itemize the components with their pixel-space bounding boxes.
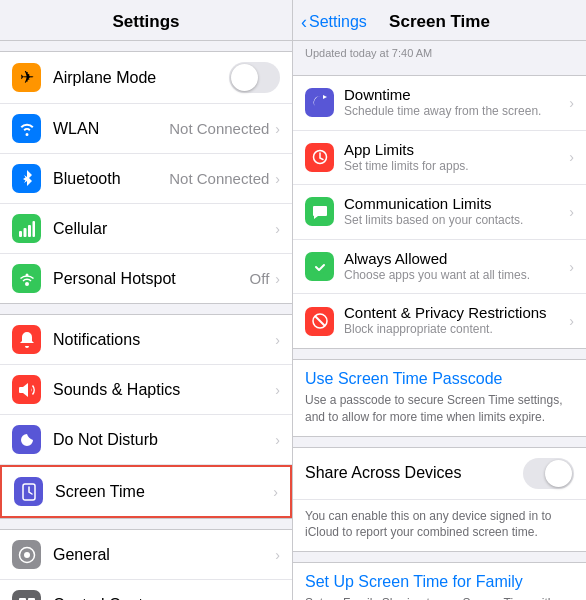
content-title: Content & Privacy Restrictions bbox=[344, 304, 567, 321]
always-row[interactable]: Always Allowed Choose apps you want at a… bbox=[293, 240, 586, 295]
controlcenter-label: Control Center bbox=[53, 596, 273, 601]
back-button[interactable]: ‹ Settings bbox=[301, 12, 367, 33]
svg-point-8 bbox=[24, 552, 30, 558]
bluetooth-icon bbox=[12, 164, 41, 193]
svg-rect-3 bbox=[32, 221, 35, 237]
settings-row-sounds[interactable]: Sounds & Haptics › bbox=[0, 365, 292, 415]
settings-row-donotdisturb[interactable]: Do Not Disturb › bbox=[0, 415, 292, 465]
downtime-icon bbox=[305, 88, 334, 117]
notifications-icon bbox=[12, 325, 41, 354]
settings-left-panel: Settings ✈ Airplane Mode WLAN Not Connec… bbox=[0, 0, 293, 600]
always-icon bbox=[305, 252, 334, 281]
commlimits-title: Communication Limits bbox=[344, 195, 567, 212]
cellular-label: Cellular bbox=[53, 220, 273, 238]
content-chevron: › bbox=[569, 313, 574, 329]
general-label: General bbox=[53, 546, 273, 564]
share-inner: Share Across Devices bbox=[293, 448, 586, 500]
updated-text: Updated today at 7:40 AM bbox=[293, 41, 586, 65]
family-title[interactable]: Set Up Screen Time for Family bbox=[305, 573, 574, 591]
hotspot-icon bbox=[12, 264, 41, 293]
commlimits-icon bbox=[305, 197, 334, 226]
screentime-icon bbox=[14, 477, 43, 506]
applimits-sub: Set time limits for apps. bbox=[344, 159, 567, 175]
settings-group-system: Notifications › Sounds & Haptics › Do No… bbox=[0, 314, 292, 519]
commlimits-chevron: › bbox=[569, 204, 574, 220]
right-header: ‹ Settings Screen Time bbox=[293, 0, 586, 41]
donotdisturb-label: Do Not Disturb bbox=[53, 431, 273, 449]
donotdisturb-icon bbox=[12, 425, 41, 454]
notifications-label: Notifications bbox=[53, 331, 273, 349]
content-content: Content & Privacy Restrictions Block ina… bbox=[344, 304, 567, 338]
content-row[interactable]: Content & Privacy Restrictions Block ina… bbox=[293, 294, 586, 348]
settings-row-hotspot[interactable]: Personal Hotspot Off › bbox=[0, 254, 292, 303]
screen-time-panel: ‹ Settings Screen Time Updated today at … bbox=[293, 0, 586, 600]
settings-row-notifications[interactable]: Notifications › bbox=[0, 315, 292, 365]
settings-header: Settings bbox=[0, 0, 292, 41]
share-desc: You can enable this on any device signed… bbox=[293, 500, 586, 552]
always-sub: Choose apps you want at all times. bbox=[344, 268, 567, 284]
family-desc: Set up Family Sharing to use Screen Time… bbox=[305, 595, 574, 600]
settings-group-general: General › Control Center › bbox=[0, 529, 292, 600]
downtime-sub: Schedule time away from the screen. bbox=[344, 104, 567, 120]
controlcenter-icon bbox=[12, 590, 41, 600]
share-section: Share Across Devices You can enable this… bbox=[293, 447, 586, 553]
settings-row-screentime[interactable]: Screen Time › bbox=[0, 465, 292, 518]
screentime-label: Screen Time bbox=[55, 483, 271, 501]
share-label: Share Across Devices bbox=[305, 464, 519, 482]
airplane-toggle[interactable] bbox=[229, 62, 280, 93]
passcode-section: Use Screen Time Passcode Use a passcode … bbox=[293, 359, 586, 437]
settings-group-connectivity: ✈ Airplane Mode WLAN Not Connected › Blu… bbox=[0, 51, 292, 304]
svg-rect-0 bbox=[19, 231, 22, 237]
hotspot-chevron: › bbox=[275, 271, 280, 287]
back-chevron-icon: ‹ bbox=[301, 12, 307, 33]
applimits-row[interactable]: App Limits Set time limits for apps. › bbox=[293, 131, 586, 186]
svg-rect-2 bbox=[28, 225, 31, 237]
hotspot-value: Off bbox=[250, 270, 270, 287]
always-chevron: › bbox=[569, 259, 574, 275]
settings-row-wlan[interactable]: WLAN Not Connected › bbox=[0, 104, 292, 154]
svg-line-34 bbox=[315, 316, 325, 326]
wlan-chevron: › bbox=[275, 121, 280, 137]
settings-row-cellular[interactable]: Cellular › bbox=[0, 204, 292, 254]
applimits-title: App Limits bbox=[344, 141, 567, 158]
downtime-title: Downtime bbox=[344, 86, 567, 103]
general-chevron: › bbox=[275, 547, 280, 563]
content-icon bbox=[305, 307, 334, 336]
controlcenter-chevron: › bbox=[275, 597, 280, 601]
passcode-desc: Use a passcode to secure Screen Time set… bbox=[305, 392, 574, 426]
downtime-row[interactable]: Downtime Schedule time away from the scr… bbox=[293, 76, 586, 131]
commlimits-sub: Set limits based on your contacts. bbox=[344, 213, 567, 229]
commlimits-row[interactable]: Communication Limits Set limits based on… bbox=[293, 185, 586, 240]
downtime-content: Downtime Schedule time away from the scr… bbox=[344, 86, 567, 120]
bluetooth-label: Bluetooth bbox=[53, 170, 169, 188]
right-title: Screen Time bbox=[389, 12, 490, 32]
applimits-content: App Limits Set time limits for apps. bbox=[344, 141, 567, 175]
bluetooth-value: Not Connected bbox=[169, 170, 269, 187]
always-title: Always Allowed bbox=[344, 250, 567, 267]
wlan-value: Not Connected bbox=[169, 120, 269, 137]
share-toggle[interactable] bbox=[523, 458, 574, 489]
cellular-icon bbox=[12, 214, 41, 243]
airplane-label: Airplane Mode bbox=[53, 69, 225, 87]
svg-point-5 bbox=[25, 273, 28, 276]
wlan-label: WLAN bbox=[53, 120, 169, 138]
settings-row-general[interactable]: General › bbox=[0, 530, 292, 580]
airplane-icon: ✈ bbox=[12, 63, 41, 92]
commlimits-content: Communication Limits Set limits based on… bbox=[344, 195, 567, 229]
settings-row-airplane[interactable]: ✈ Airplane Mode bbox=[0, 52, 292, 104]
notifications-chevron: › bbox=[275, 332, 280, 348]
passcode-title[interactable]: Use Screen Time Passcode bbox=[305, 370, 574, 388]
hotspot-label: Personal Hotspot bbox=[53, 270, 250, 288]
settings-row-controlcenter[interactable]: Control Center › bbox=[0, 580, 292, 600]
sounds-chevron: › bbox=[275, 382, 280, 398]
settings-row-bluetooth[interactable]: Bluetooth Not Connected › bbox=[0, 154, 292, 204]
downtime-chevron: › bbox=[569, 95, 574, 111]
general-icon bbox=[12, 540, 41, 569]
back-label: Settings bbox=[309, 13, 367, 31]
applimits-icon bbox=[305, 143, 334, 172]
applimits-chevron: › bbox=[569, 149, 574, 165]
bluetooth-chevron: › bbox=[275, 171, 280, 187]
screentime-items-section: Downtime Schedule time away from the scr… bbox=[293, 75, 586, 349]
content-sub: Block inappropriate content. bbox=[344, 322, 567, 338]
donotdisturb-chevron: › bbox=[275, 432, 280, 448]
